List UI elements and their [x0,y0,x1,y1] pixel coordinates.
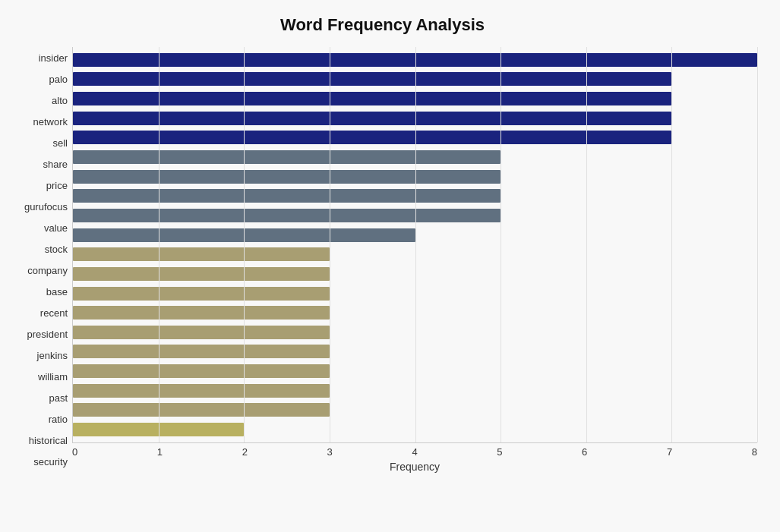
grid-line [244,47,245,442]
bar [73,384,330,398]
grid-line [415,47,416,442]
chart-container: Word Frequency Analysis insiderpaloalton… [0,0,780,532]
y-label: share [8,159,68,169]
bars-area [72,47,757,443]
x-tick: 7 [667,446,672,458]
bar [73,112,671,125]
bar [73,247,330,261]
bar [73,131,671,144]
x-tick: 5 [497,446,502,458]
bar [73,189,501,203]
y-label: stock [8,244,68,254]
bar [73,92,671,105]
x-tick: 6 [582,446,587,458]
y-label: historical [8,436,68,445]
grid-line [671,47,672,442]
y-label: value [8,223,68,233]
x-tick: 2 [242,446,248,458]
y-label: palo [8,74,68,84]
bar [73,170,501,184]
grid-line [330,47,330,442]
x-tick: 1 [157,446,163,458]
y-label: gurufocus [8,202,68,212]
y-label: price [8,181,68,190]
x-axis: 012345678 [72,443,757,458]
grid-line [501,47,501,442]
x-tick: 8 [752,446,757,458]
bar [73,326,330,339]
y-label: company [8,266,68,275]
bar [73,287,330,301]
y-label: past [8,393,68,403]
y-label: base [8,287,68,297]
grid-line [159,47,159,442]
y-label: jenkins [8,351,68,360]
x-axis-label: Frequency [72,461,757,473]
bar [73,209,501,222]
grid-line [757,47,758,442]
y-label: alto [8,96,68,105]
bar [73,150,501,164]
bar [73,403,330,417]
y-label: ratio [8,414,68,424]
bar [73,364,330,378]
bar [73,267,330,281]
chart-area: insiderpaloaltonetworksellsharepriceguru… [8,47,757,473]
y-label: sell [8,138,68,148]
grid-line [586,47,587,442]
y-label: william [8,372,68,382]
y-label: insider [8,53,68,63]
x-tick: 3 [327,446,333,458]
bars-and-xaxis: 012345678 Frequency [72,47,757,473]
y-label: president [8,329,68,339]
bar [73,72,671,86]
bar [73,306,330,320]
x-tick: 0 [72,446,77,458]
y-label: recent [8,308,68,318]
y-label: security [8,457,68,467]
y-label: network [8,117,68,127]
y-labels: insiderpaloaltonetworksellsharepriceguru… [8,47,72,473]
bar [73,345,330,358]
chart-title: Word Frequency Analysis [8,15,757,35]
x-tick: 4 [412,446,417,458]
